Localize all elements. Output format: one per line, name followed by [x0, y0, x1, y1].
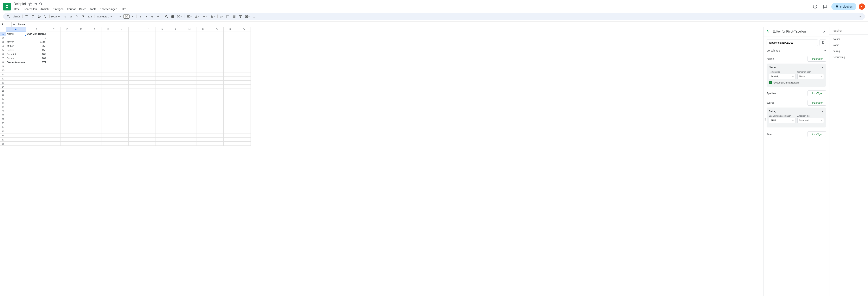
cell[interactable]	[74, 85, 88, 89]
cell[interactable]	[169, 117, 183, 121]
cell[interactable]	[101, 93, 115, 97]
field-item[interactable]: Name	[829, 42, 868, 48]
cell[interactable]	[61, 48, 74, 52]
cell[interactable]	[142, 56, 156, 60]
cell[interactable]	[142, 89, 156, 93]
cell[interactable]	[74, 121, 88, 125]
cell[interactable]	[196, 68, 210, 72]
cell[interactable]	[196, 97, 210, 101]
cell[interactable]	[47, 121, 61, 125]
cell[interactable]	[6, 85, 26, 89]
remove-value-button[interactable]	[821, 110, 824, 113]
cell[interactable]	[6, 142, 26, 146]
cell[interactable]	[142, 32, 156, 36]
cell[interactable]: Gesamtsumme	[6, 60, 26, 64]
cell[interactable]	[237, 76, 251, 80]
cell[interactable]	[26, 76, 47, 80]
cell[interactable]	[223, 93, 237, 97]
cell[interactable]	[61, 109, 74, 113]
cell[interactable]	[61, 93, 74, 97]
cell[interactable]	[183, 68, 196, 72]
cell[interactable]	[47, 137, 61, 142]
cell[interactable]	[101, 68, 115, 72]
cell[interactable]	[88, 44, 101, 48]
cell[interactable]	[88, 133, 101, 137]
cell[interactable]	[196, 121, 210, 125]
cell[interactable]	[101, 129, 115, 133]
cell[interactable]	[88, 40, 101, 44]
column-header[interactable]: C	[47, 27, 61, 32]
cell[interactable]	[128, 142, 142, 146]
cell[interactable]	[115, 121, 128, 125]
cell[interactable]	[183, 121, 196, 125]
cell[interactable]	[115, 52, 128, 56]
cell[interactable]	[196, 117, 210, 121]
cell[interactable]	[115, 142, 128, 146]
row-header[interactable]: 27	[0, 137, 6, 142]
cell[interactable]	[101, 105, 115, 109]
cell[interactable]	[101, 113, 115, 117]
cell[interactable]	[156, 52, 169, 56]
menu-erweiterungen[interactable]: Erweiterungen	[98, 7, 119, 11]
cell[interactable]	[6, 133, 26, 137]
cell[interactable]	[101, 125, 115, 129]
cell[interactable]	[237, 133, 251, 137]
cell[interactable]: 0	[26, 36, 47, 40]
cell[interactable]	[61, 97, 74, 101]
cell[interactable]	[169, 52, 183, 56]
search-menus-button[interactable]	[5, 14, 11, 19]
cell[interactable]	[61, 121, 74, 125]
cell[interactable]	[196, 113, 210, 117]
cell[interactable]	[26, 80, 47, 85]
add-column-button[interactable]: Hinzufügen	[807, 91, 826, 96]
cell[interactable]	[101, 117, 115, 121]
text-wrap-button[interactable]	[201, 14, 209, 19]
cell[interactable]	[142, 129, 156, 133]
cell[interactable]	[88, 64, 101, 68]
cell[interactable]	[26, 64, 47, 68]
cell[interactable]	[128, 36, 142, 40]
cell[interactable]	[74, 93, 88, 97]
cell[interactable]	[142, 40, 156, 44]
cell[interactable]	[169, 44, 183, 48]
cell[interactable]	[6, 36, 26, 40]
cell[interactable]	[74, 72, 88, 76]
format-123-button[interactable]: 123	[87, 14, 93, 19]
cell[interactable]	[26, 101, 47, 105]
cell[interactable]: Meyer	[6, 40, 26, 44]
column-header[interactable]: M	[183, 27, 196, 32]
cell[interactable]	[196, 44, 210, 48]
cell[interactable]	[26, 109, 47, 113]
cell[interactable]	[156, 105, 169, 109]
cell[interactable]	[196, 72, 210, 76]
cell[interactable]	[183, 36, 196, 40]
cell[interactable]	[6, 109, 26, 113]
cell[interactable]	[128, 56, 142, 60]
row-header[interactable]: 3	[0, 40, 6, 44]
cell[interactable]	[237, 109, 251, 113]
cell[interactable]	[223, 72, 237, 76]
merge-cells-button[interactable]	[176, 14, 183, 19]
redo-button[interactable]	[30, 14, 36, 19]
currency-euro-button[interactable]: €	[62, 14, 68, 19]
cell[interactable]	[210, 133, 223, 137]
cell[interactable]: 7,00€	[26, 40, 47, 44]
cell[interactable]	[169, 113, 183, 117]
cell[interactable]	[101, 36, 115, 40]
cell[interactable]	[156, 64, 169, 68]
cell[interactable]	[223, 76, 237, 80]
cell[interactable]	[237, 40, 251, 44]
cell[interactable]	[156, 56, 169, 60]
cell[interactable]	[237, 48, 251, 52]
cell[interactable]	[88, 93, 101, 97]
cell[interactable]	[6, 101, 26, 105]
cell[interactable]	[101, 85, 115, 89]
history-icon[interactable]	[811, 3, 819, 10]
cell[interactable]	[169, 137, 183, 142]
summarize-select[interactable]: SUM	[769, 118, 796, 123]
font-size-input[interactable]	[123, 14, 129, 19]
cell[interactable]	[169, 32, 183, 36]
row-header[interactable]: 5	[0, 48, 6, 52]
row-header[interactable]: 19	[0, 105, 6, 109]
cell[interactable]	[210, 44, 223, 48]
